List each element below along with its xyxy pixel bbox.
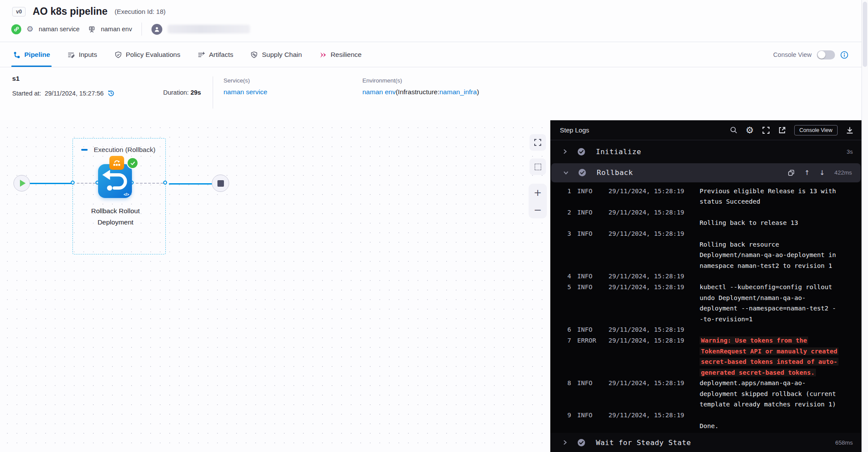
cd-module-icon — [11, 24, 21, 34]
log-line: 6INFO29/11/2024, 15:28:19 — [550, 324, 861, 335]
scroll-down-icon[interactable]: ↓ — [819, 169, 825, 177]
log-line: 4INFO29/11/2024, 15:28:19 — [550, 271, 861, 282]
collapse-group-icon[interactable] — [81, 149, 88, 151]
pipeline-graph-canvas[interactable]: Execution (Rollback) </> Rollback Rollou… — [0, 120, 550, 452]
pipeline-start-node[interactable] — [13, 175, 30, 191]
connector-dot — [71, 181, 75, 185]
step-logs-title: Step Logs — [560, 126, 589, 134]
execution-history-icon[interactable] — [107, 89, 115, 97]
step-label: Rollback — [597, 168, 633, 177]
chevron-down-icon[interactable] — [563, 170, 569, 175]
header-environment-name: naman env — [101, 26, 132, 33]
step-logs-header: Step Logs ⚙ Console View — [550, 120, 861, 140]
log-fullscreen-icon[interactable] — [762, 126, 770, 134]
service-gear-icon: ⚙ — [26, 25, 33, 33]
user-avatar — [151, 24, 162, 35]
tab-label: Artifacts — [209, 51, 233, 59]
step-logs-panel: Step Logs ⚙ Console View — [550, 120, 861, 452]
marquee-icon — [535, 164, 541, 170]
step-success-icon — [127, 157, 138, 169]
log-search-icon[interactable] — [730, 126, 737, 134]
tab-label: Policy Evaluations — [126, 51, 181, 59]
console-view-toggle[interactable] — [817, 50, 835, 59]
copy-logs-icon[interactable] — [788, 169, 795, 176]
open-in-new-tab-icon[interactable] — [778, 126, 786, 134]
step-duration: 422ms — [834, 169, 852, 176]
page-scrollbar-thumb[interactable] — [863, 2, 867, 67]
pipeline-end-node[interactable] — [212, 175, 229, 192]
tab-resilience[interactable]: Resilience — [319, 43, 362, 67]
tab-inputs[interactable]: Inputs — [67, 43, 97, 67]
step-row-rollback[interactable]: Rollback ↑ ↓ 422ms — [551, 163, 861, 182]
log-lines-container[interactable]: 1INFO29/11/2024, 15:28:19Previous eligib… — [550, 182, 861, 433]
stage-bar-divider — [213, 76, 213, 109]
log-line: 8INFO29/11/2024, 15:28:19deployment.apps… — [550, 378, 861, 410]
pipeline-icon — [13, 51, 20, 59]
download-logs-icon[interactable] — [846, 126, 854, 134]
version-badge: v0 — [12, 7, 26, 16]
infrastructure-prefix: (Infrastructure: — [396, 88, 440, 96]
console-view-button[interactable]: Console View — [794, 125, 838, 135]
supply-chain-shield-icon — [250, 51, 258, 59]
play-icon — [20, 180, 26, 187]
infrastructure-link[interactable]: naman_infra — [439, 88, 477, 96]
artifacts-icon — [197, 51, 205, 59]
tab-pipeline[interactable]: Pipeline — [13, 43, 50, 67]
tab-label: Resilience — [331, 51, 362, 59]
canvas-marquee-select-button[interactable] — [529, 158, 546, 175]
zoom-out-button[interactable]: − — [529, 201, 547, 218]
stage-summary-bar: s1 Started at: 29/11/2024, 15:27:56 Dura… — [0, 68, 861, 120]
header-divider — [141, 23, 142, 36]
environments-label: Environment(s) — [362, 77, 479, 84]
scroll-up-icon[interactable]: ↑ — [804, 169, 810, 177]
inputs-icon — [67, 51, 75, 59]
environment-link[interactable]: naman env — [362, 88, 396, 96]
page-scrollbar[interactable] — [861, 0, 868, 452]
stage-duration: Duration: 29s — [163, 75, 208, 120]
log-line: 3INFO29/11/2024, 15:28:19 Rolling back r… — [550, 228, 861, 271]
execution-tabs: Pipeline Inputs Policy Evaluations Artif… — [0, 43, 861, 67]
log-line-error: 7ERROR29/11/2024, 15:28:19Warning: Use t… — [550, 335, 861, 378]
canvas-fullscreen-button[interactable] — [529, 134, 546, 151]
service-link[interactable]: naman service — [224, 88, 267, 96]
tab-artifacts[interactable]: Artifacts — [197, 43, 233, 67]
log-line: 1INFO29/11/2024, 15:28:19Previous eligib… — [550, 186, 861, 207]
tab-supply-chain[interactable]: Supply Chain — [250, 43, 302, 67]
started-at-label: Started at: — [12, 90, 41, 97]
zoom-in-button[interactable]: + — [529, 184, 547, 201]
step-row-initialize[interactable]: Initialize 3s — [550, 140, 861, 163]
tab-label: Inputs — [79, 51, 97, 59]
log-settings-icon[interactable]: ⚙ — [746, 125, 754, 135]
stage-name: s1 — [12, 75, 163, 82]
canvas-zoom-controls: + − — [529, 184, 547, 218]
group-label: Execution (Rollback) — [94, 146, 155, 154]
execution-id: (Execution Id: 18) — [115, 8, 166, 15]
header-service-name: naman service — [39, 26, 79, 33]
log-line: 5INFO29/11/2024, 15:28:19kubectl --kubec… — [550, 282, 861, 324]
tab-policy-evaluations[interactable]: Policy Evaluations — [115, 43, 181, 67]
step-success-icon — [577, 439, 585, 447]
resilience-icon — [319, 51, 327, 59]
console-view-label: Console View — [773, 51, 812, 58]
info-icon[interactable] — [840, 51, 848, 59]
pipeline-execution-page: v0 AO k8s pipeline (Execution Id: 18) ⚙ … — [0, 0, 868, 452]
step-node-label: Rollback Rollout Deployment — [72, 205, 159, 228]
page-title: AO k8s pipeline — [33, 6, 108, 17]
redacted-user-email — [168, 25, 250, 33]
rollout-deployment-badge-icon — [109, 156, 124, 170]
step-success-icon — [578, 168, 586, 177]
edge-group-to-end — [169, 183, 212, 185]
chevron-right-icon[interactable] — [562, 149, 568, 154]
chevron-right-icon[interactable] — [562, 440, 568, 445]
connector-dot — [163, 181, 167, 185]
tab-label: Supply Chain — [262, 51, 302, 59]
step-label: Wait for Steady State — [596, 439, 691, 447]
step-success-icon — [577, 148, 585, 156]
edge-start-to-group — [29, 183, 73, 184]
infrastructure-suffix: ) — [477, 88, 479, 96]
execution-header: v0 AO k8s pipeline (Execution Id: 18) ⚙ … — [0, 0, 861, 42]
step-row-wait-for-steady-state[interactable]: Wait for Steady State 658ms — [550, 433, 861, 452]
environment-icon — [88, 26, 95, 33]
step-label: Initialize — [596, 148, 641, 156]
services-label: Service(s) — [224, 77, 362, 84]
